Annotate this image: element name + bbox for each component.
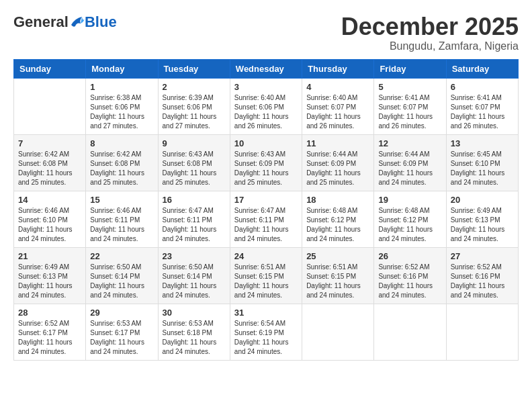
calendar-cell: 26Sunrise: 6:52 AMSunset: 6:16 PMDayligh…	[374, 247, 446, 304]
column-header-friday: Friday	[374, 59, 446, 78]
calendar-cell: 7Sunrise: 6:42 AMSunset: 6:08 PMDaylight…	[14, 134, 86, 191]
day-info: Sunrise: 6:42 AMSunset: 6:08 PMDaylight:…	[18, 150, 81, 187]
calendar-week-row: 28Sunrise: 6:52 AMSunset: 6:17 PMDayligh…	[14, 304, 519, 360]
calendar-cell: 2Sunrise: 6:39 AMSunset: 6:06 PMDaylight…	[158, 78, 230, 134]
day-number: 18	[306, 195, 369, 205]
day-info: Sunrise: 6:45 AMSunset: 6:10 PMDaylight:…	[451, 150, 514, 187]
day-info: Sunrise: 6:48 AMSunset: 6:12 PMDaylight:…	[306, 206, 369, 244]
calendar-cell: 1Sunrise: 6:38 AMSunset: 6:06 PMDaylight…	[86, 78, 158, 134]
logo-blue-text: Blue	[85, 13, 117, 31]
day-info: Sunrise: 6:50 AMSunset: 6:14 PMDaylight:…	[163, 263, 226, 300]
day-number: 1	[90, 82, 153, 92]
day-info: Sunrise: 6:53 AMSunset: 6:18 PMDaylight:…	[163, 319, 226, 357]
calendar-cell: 5Sunrise: 6:41 AMSunset: 6:07 PMDaylight…	[374, 78, 446, 134]
calendar-cell: 25Sunrise: 6:51 AMSunset: 6:15 PMDayligh…	[302, 247, 374, 304]
day-number: 4	[306, 82, 369, 92]
day-info: Sunrise: 6:44 AMSunset: 6:09 PMDaylight:…	[306, 150, 369, 187]
day-info: Sunrise: 6:41 AMSunset: 6:07 PMDaylight:…	[451, 93, 514, 131]
calendar-cell: 12Sunrise: 6:44 AMSunset: 6:09 PMDayligh…	[374, 134, 446, 191]
logo-bird-icon	[70, 15, 85, 29]
calendar-cell: 3Sunrise: 6:40 AMSunset: 6:06 PMDaylight…	[230, 78, 302, 134]
day-number: 23	[163, 251, 226, 261]
calendar-cell: 31Sunrise: 6:54 AMSunset: 6:19 PMDayligh…	[230, 304, 302, 360]
month-title: December 2025	[341, 13, 519, 40]
day-info: Sunrise: 6:41 AMSunset: 6:07 PMDaylight:…	[378, 93, 441, 131]
day-number: 12	[378, 138, 441, 148]
calendar-cell: 23Sunrise: 6:50 AMSunset: 6:14 PMDayligh…	[158, 247, 230, 304]
calendar-cell: 17Sunrise: 6:47 AMSunset: 6:11 PMDayligh…	[230, 191, 302, 247]
calendar-cell: 21Sunrise: 6:49 AMSunset: 6:13 PMDayligh…	[14, 247, 86, 304]
day-info: Sunrise: 6:49 AMSunset: 6:13 PMDaylight:…	[18, 263, 81, 300]
day-info: Sunrise: 6:52 AMSunset: 6:16 PMDaylight:…	[451, 263, 514, 300]
day-info: Sunrise: 6:51 AMSunset: 6:15 PMDaylight:…	[306, 263, 369, 300]
day-number: 19	[378, 195, 441, 205]
calendar-week-row: 1Sunrise: 6:38 AMSunset: 6:06 PMDaylight…	[14, 78, 519, 134]
calendar-cell	[446, 304, 518, 360]
day-info: Sunrise: 6:40 AMSunset: 6:07 PMDaylight:…	[306, 93, 369, 131]
day-info: Sunrise: 6:52 AMSunset: 6:17 PMDaylight:…	[18, 319, 81, 357]
calendar-cell: 10Sunrise: 6:43 AMSunset: 6:09 PMDayligh…	[230, 134, 302, 191]
day-number: 30	[163, 308, 226, 318]
calendar-cell	[374, 304, 446, 360]
calendar-cell: 28Sunrise: 6:52 AMSunset: 6:17 PMDayligh…	[14, 304, 86, 360]
day-info: Sunrise: 6:52 AMSunset: 6:16 PMDaylight:…	[378, 263, 441, 300]
page-header: General Blue December 2025 Bungudu, Zamf…	[13, 13, 519, 52]
day-info: Sunrise: 6:47 AMSunset: 6:11 PMDaylight:…	[234, 206, 298, 244]
day-info: Sunrise: 6:39 AMSunset: 6:06 PMDaylight:…	[163, 93, 226, 131]
day-info: Sunrise: 6:47 AMSunset: 6:11 PMDaylight:…	[163, 206, 226, 244]
day-number: 20	[451, 195, 514, 205]
day-number: 5	[378, 82, 441, 92]
day-number: 7	[18, 138, 81, 148]
day-number: 9	[163, 138, 226, 148]
day-info: Sunrise: 6:38 AMSunset: 6:06 PMDaylight:…	[90, 93, 153, 131]
day-info: Sunrise: 6:51 AMSunset: 6:15 PMDaylight:…	[234, 263, 298, 300]
day-number: 6	[451, 82, 514, 92]
calendar-cell: 22Sunrise: 6:50 AMSunset: 6:14 PMDayligh…	[86, 247, 158, 304]
day-info: Sunrise: 6:46 AMSunset: 6:11 PMDaylight:…	[90, 206, 153, 244]
day-info: Sunrise: 6:49 AMSunset: 6:13 PMDaylight:…	[451, 206, 514, 244]
calendar-cell: 8Sunrise: 6:42 AMSunset: 6:08 PMDaylight…	[86, 134, 158, 191]
day-info: Sunrise: 6:43 AMSunset: 6:09 PMDaylight:…	[234, 150, 298, 187]
location-subtitle: Bungudu, Zamfara, Nigeria	[341, 40, 519, 52]
column-header-sunday: Sunday	[14, 59, 86, 78]
calendar-cell	[302, 304, 374, 360]
day-info: Sunrise: 6:44 AMSunset: 6:09 PMDaylight:…	[378, 150, 441, 187]
calendar-cell: 6Sunrise: 6:41 AMSunset: 6:07 PMDaylight…	[446, 78, 518, 134]
calendar-cell	[14, 78, 86, 134]
day-number: 21	[18, 251, 81, 261]
day-number: 26	[378, 251, 441, 261]
day-number: 10	[234, 138, 298, 148]
calendar-week-row: 21Sunrise: 6:49 AMSunset: 6:13 PMDayligh…	[14, 247, 519, 304]
day-info: Sunrise: 6:50 AMSunset: 6:14 PMDaylight:…	[90, 263, 153, 300]
logo: General Blue	[13, 13, 117, 31]
day-number: 14	[18, 195, 81, 205]
calendar-table: SundayMondayTuesdayWednesdayThursdayFrid…	[13, 59, 519, 361]
title-block: December 2025 Bungudu, Zamfara, Nigeria	[341, 13, 519, 52]
calendar-cell: 4Sunrise: 6:40 AMSunset: 6:07 PMDaylight…	[302, 78, 374, 134]
calendar-week-row: 7Sunrise: 6:42 AMSunset: 6:08 PMDaylight…	[14, 134, 519, 191]
calendar-header-row: SundayMondayTuesdayWednesdayThursdayFrid…	[14, 59, 519, 78]
day-info: Sunrise: 6:53 AMSunset: 6:17 PMDaylight:…	[90, 319, 153, 357]
day-number: 16	[163, 195, 226, 205]
calendar-cell: 15Sunrise: 6:46 AMSunset: 6:11 PMDayligh…	[86, 191, 158, 247]
day-number: 25	[306, 251, 369, 261]
calendar-cell: 27Sunrise: 6:52 AMSunset: 6:16 PMDayligh…	[446, 247, 518, 304]
day-info: Sunrise: 6:48 AMSunset: 6:12 PMDaylight:…	[378, 206, 441, 244]
day-info: Sunrise: 6:54 AMSunset: 6:19 PMDaylight:…	[234, 319, 298, 357]
day-info: Sunrise: 6:40 AMSunset: 6:06 PMDaylight:…	[234, 93, 298, 131]
column-header-monday: Monday	[86, 59, 158, 78]
column-header-tuesday: Tuesday	[158, 59, 230, 78]
day-number: 22	[90, 251, 153, 261]
column-header-saturday: Saturday	[446, 59, 518, 78]
day-number: 27	[451, 251, 514, 261]
logo-general-text: General	[13, 13, 69, 31]
day-info: Sunrise: 6:43 AMSunset: 6:08 PMDaylight:…	[163, 150, 226, 187]
day-number: 28	[18, 308, 81, 318]
day-number: 15	[90, 195, 153, 205]
calendar-cell: 11Sunrise: 6:44 AMSunset: 6:09 PMDayligh…	[302, 134, 374, 191]
calendar-cell: 19Sunrise: 6:48 AMSunset: 6:12 PMDayligh…	[374, 191, 446, 247]
calendar-cell: 18Sunrise: 6:48 AMSunset: 6:12 PMDayligh…	[302, 191, 374, 247]
calendar-cell: 20Sunrise: 6:49 AMSunset: 6:13 PMDayligh…	[446, 191, 518, 247]
column-header-wednesday: Wednesday	[230, 59, 302, 78]
calendar-week-row: 14Sunrise: 6:46 AMSunset: 6:10 PMDayligh…	[14, 191, 519, 247]
